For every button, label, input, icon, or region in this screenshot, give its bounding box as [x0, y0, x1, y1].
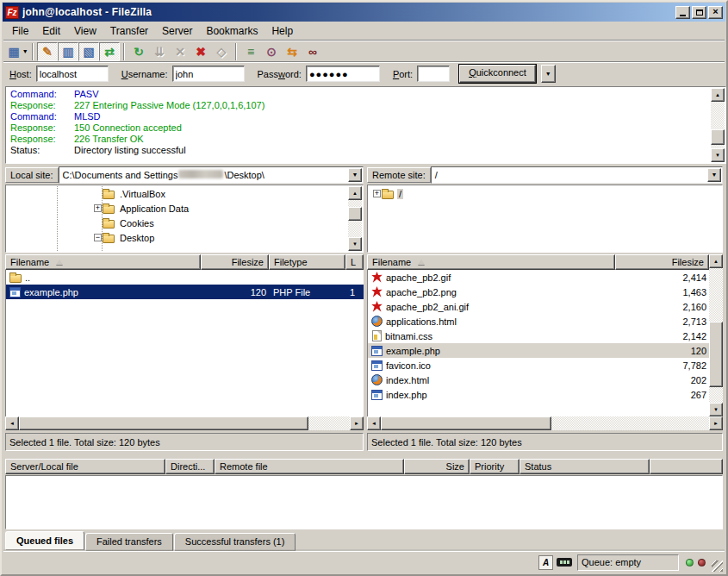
local-site-dropdown-button[interactable]: ▼ [348, 168, 362, 182]
file-row-applications-html[interactable]: applications.html2,713 [368, 314, 709, 329]
process-queue-button[interactable]: ⇊ [149, 42, 170, 61]
file-row-index-html[interactable]: index.html202 [368, 373, 709, 387]
scrollbar-thumb[interactable] [348, 207, 362, 221]
toolbar-separator [32, 43, 34, 60]
data-type-indicator[interactable]: A [538, 555, 553, 570]
directory-comparison-button[interactable]: ⊙ [261, 42, 282, 61]
scrollbar-thumb[interactable] [381, 416, 551, 430]
menu-bookmarks[interactable]: Bookmarks [199, 23, 264, 39]
scroll-down-button[interactable]: ▼ [711, 148, 725, 162]
cancel-operation-button[interactable]: ✕ [170, 42, 190, 61]
column-header-filename[interactable]: Filename [5, 254, 201, 270]
tab-successful-transfers-1[interactable]: Successful transfers (1) [174, 533, 296, 551]
scrollbar-thumb[interactable] [19, 416, 308, 430]
cell-text: apache_pb2.png [386, 287, 457, 297]
menu-help[interactable]: Help [264, 23, 300, 39]
queue-column-remote-file[interactable]: Remote file [215, 459, 404, 474]
message-log-scrollbar[interactable]: ▲ ▼ [711, 88, 725, 162]
menu-edit[interactable]: Edit [35, 23, 67, 39]
close-button[interactable]: × [708, 6, 723, 19]
file-row-item[interactable]: .. [6, 270, 364, 285]
password-input[interactable] [306, 66, 380, 82]
file-row-example-php[interactable]: example.php120PHP File1 [6, 285, 364, 299]
menu-file[interactable]: File [5, 23, 35, 39]
column-header-filename[interactable]: Filename [367, 254, 615, 270]
column-header-l[interactable]: L [345, 254, 364, 270]
resize-grip[interactable] [712, 560, 723, 572]
directory-listing-filters-button[interactable]: ≡ [240, 42, 261, 61]
local-site-combobox[interactable]: C:\Documents and Settings\Desktop\ ▼ [59, 166, 364, 184]
site-manager-button[interactable]: ▦▼ [8, 42, 28, 61]
maximize-button[interactable] [692, 6, 706, 19]
file-row-apache-pb2-gif[interactable]: apache_pb2.gif2,414 [368, 270, 709, 285]
reconnect-button[interactable]: ◇ [211, 42, 232, 61]
queue-column-priority[interactable]: Priority [470, 459, 520, 474]
file-row-apache-pb2-ani-gif[interactable]: apache_pb2_ani.gif2,160 [368, 299, 709, 314]
host-input[interactable] [36, 66, 109, 82]
toggle-remote-tree-button[interactable]: ▧ [78, 42, 99, 61]
column-header-filesize[interactable]: Filesize [615, 254, 709, 270]
scroll-up-button[interactable]: ▲ [348, 186, 362, 200]
file-row-example-php[interactable]: example.php120 [368, 343, 709, 358]
tree-item-application-data[interactable]: +Application Data [7, 201, 348, 216]
scroll-down-button[interactable]: ▼ [348, 237, 362, 251]
scroll-down-button[interactable]: ▼ [709, 403, 723, 416]
scrollbar-thumb[interactable] [711, 129, 725, 145]
toggle-message-log-button[interactable]: ✎ [37, 42, 58, 61]
refresh-button[interactable]: ↻ [128, 42, 149, 61]
toggle-local-tree-button[interactable]: ▥ [58, 42, 78, 61]
scroll-left-button[interactable]: ◄ [367, 416, 381, 430]
username-input[interactable] [172, 66, 245, 82]
window-title: john@localhost - FileZilla [22, 6, 674, 18]
tab-queued-files[interactable]: Queued files [5, 531, 84, 550]
port-input[interactable] [417, 66, 450, 82]
cell-size [202, 270, 270, 285]
queue-column-server-local-file[interactable]: Server/Local file [5, 459, 165, 474]
scroll-right-button[interactable]: ► [709, 416, 723, 430]
local-directory-tree: .VirtualBox+Application DataCookies−Desk… [5, 185, 364, 253]
remote-site-combobox[interactable]: / ▼ [431, 166, 723, 184]
scrollbar-thumb[interactable] [709, 322, 723, 387]
scroll-up-button[interactable]: ▲ [711, 88, 725, 102]
local-horizontal-scrollbar[interactable]: ◄ ► [5, 416, 364, 430]
menu-view[interactable]: View [67, 23, 103, 39]
tree-item-item[interactable]: +/ [369, 186, 721, 201]
queue-column-size[interactable]: Size [404, 459, 470, 474]
scroll-right-button[interactable]: ► [350, 416, 364, 430]
chevron-down-icon: ▼ [545, 71, 551, 77]
remote-horizontal-scrollbar[interactable]: ◄ ► [367, 416, 723, 430]
toggle-transfer-queue-button[interactable]: ⇄ [99, 42, 120, 61]
expand-plus-icon[interactable]: + [94, 204, 102, 212]
remote-vertical-scrollbar[interactable]: ▲ ▼ [709, 254, 723, 416]
column-header-filetype[interactable]: Filetype [269, 254, 345, 270]
collapse-minus-icon[interactable]: − [94, 234, 102, 241]
synchronized-browsing-button[interactable]: ⇆ [282, 42, 302, 61]
menu-transfer[interactable]: Transfer [103, 23, 155, 39]
column-header-label: Status [525, 461, 551, 472]
expand-plus-icon[interactable]: + [373, 190, 381, 197]
tree-item-virtualbox[interactable]: .VirtualBox [7, 186, 348, 201]
queue-column-status[interactable]: Status [520, 459, 650, 474]
chevron-down-icon[interactable]: ▼ [22, 48, 28, 54]
remote-site-dropdown-button[interactable]: ▼ [707, 168, 721, 182]
speed-limits-icon[interactable] [557, 558, 572, 567]
find-files-button[interactable]: ∞ [302, 42, 323, 61]
quickconnect-dropdown-button[interactable]: ▼ [541, 65, 556, 83]
file-row-bitnami-css[interactable]: bitnami.css2,142 [368, 329, 709, 343]
file-row-favicon-ico[interactable]: favicon.ico7,782 [368, 358, 709, 373]
scroll-left-button[interactable]: ◄ [5, 416, 19, 430]
file-row-index-php[interactable]: index.php267 [368, 387, 709, 402]
disconnect-button[interactable]: ✖ [190, 42, 211, 61]
local-tree-scrollbar[interactable]: ▲ ▼ [348, 186, 362, 251]
queue-column-filler[interactable] [650, 459, 723, 474]
queue-column-directi[interactable]: Directi... [165, 459, 215, 474]
tree-item-cookies[interactable]: Cookies [7, 216, 348, 230]
file-row-apache-pb2-png[interactable]: apache_pb2.png1,463 [368, 285, 709, 299]
minimize-button[interactable] [675, 6, 690, 19]
quickconnect-button[interactable]: Quickconnect [459, 65, 536, 83]
column-header-filesize[interactable]: Filesize [201, 254, 269, 270]
scroll-up-button[interactable]: ▲ [709, 254, 723, 268]
tree-item-desktop[interactable]: −Desktop [7, 230, 348, 245]
menu-server[interactable]: Server [155, 23, 199, 39]
tab-failed-transfers[interactable]: Failed transfers [85, 533, 173, 551]
